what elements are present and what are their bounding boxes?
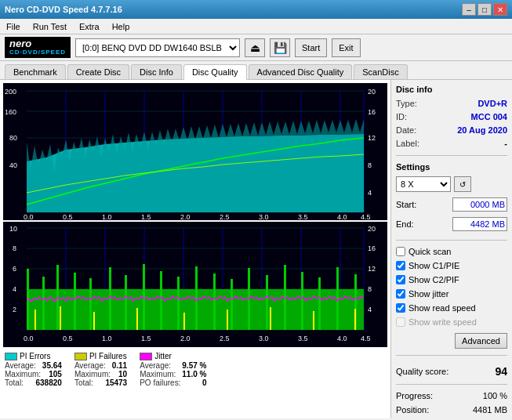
- quick-scan-checkbox[interactable]: [396, 247, 405, 256]
- exit-button[interactable]: Exit: [332, 38, 360, 57]
- svg-text:2.5: 2.5: [220, 335, 230, 342]
- show-read-speed-label: Show read speed: [409, 303, 476, 313]
- maximize-button[interactable]: □: [478, 3, 492, 16]
- tab-create-disc[interactable]: Create Disc: [67, 64, 129, 79]
- show-read-speed-checkbox[interactable]: [396, 303, 405, 313]
- svg-text:20: 20: [368, 225, 376, 233]
- speed-selector[interactable]: 8 X: [396, 176, 451, 192]
- show-write-speed-row: Show write speed: [396, 317, 507, 327]
- cd-dvd-speed-text: CD·DVD/SPEED: [9, 49, 66, 56]
- tab-advanced-disc-quality[interactable]: Advanced Disc Quality: [249, 64, 353, 79]
- svg-rect-76: [93, 312, 95, 330]
- svg-text:4: 4: [368, 189, 372, 197]
- svg-rect-80: [270, 307, 271, 330]
- pi-failures-label: PI Failures: [89, 352, 127, 360]
- save-button[interactable]: 💾: [270, 38, 290, 57]
- svg-text:40: 40: [9, 161, 17, 169]
- quality-score-value: 94: [495, 365, 507, 378]
- svg-text:16: 16: [368, 244, 376, 252]
- pi-failures-avg-label: Average:: [74, 361, 106, 370]
- upper-chart: 200 160 80 40 20 16 12 8 4 0.0 0.5 1.0 1…: [3, 83, 387, 220]
- nero-text: nero: [9, 38, 31, 49]
- window-title: Nero CD-DVD Speed 4.7.7.16: [5, 5, 122, 14]
- svg-rect-58: [89, 278, 92, 330]
- close-button[interactable]: ✕: [493, 3, 507, 16]
- svg-rect-68: [266, 275, 268, 330]
- legend-pi-errors: PI Errors Average: 35.64 Maximum: 105 To…: [5, 352, 62, 387]
- menu-extra[interactable]: Extra: [76, 21, 103, 32]
- disc-date-row: Date: 20 Aug 2020: [396, 125, 507, 135]
- disc-id-value: MCC 004: [471, 112, 507, 121]
- menu-help[interactable]: Help: [109, 21, 133, 32]
- end-row: End:: [396, 217, 507, 231]
- show-c2-pif-checkbox[interactable]: [396, 275, 405, 284]
- svg-text:0.0: 0.0: [24, 335, 34, 342]
- svg-rect-70: [301, 272, 303, 330]
- svg-text:3.0: 3.0: [259, 335, 269, 342]
- svg-text:0.0: 0.0: [24, 213, 34, 220]
- show-c1-pie-checkbox[interactable]: [396, 261, 405, 270]
- tab-disc-quality[interactable]: Disc Quality: [183, 64, 247, 80]
- title-bar: Nero CD-DVD Speed 4.7.7.16 – □ ✕: [0, 0, 512, 19]
- position-row: Position: 4481 MB: [396, 405, 507, 415]
- svg-text:4.5: 4.5: [361, 335, 371, 342]
- svg-rect-64: [195, 266, 198, 330]
- show-write-speed-label: Show write speed: [409, 317, 477, 327]
- quick-scan-label: Quick scan: [409, 247, 451, 256]
- svg-text:4.0: 4.0: [337, 213, 347, 220]
- show-jitter-checkbox[interactable]: [396, 289, 405, 299]
- svg-rect-66: [231, 279, 233, 330]
- disc-date-label: Date:: [396, 125, 416, 135]
- svg-text:16: 16: [368, 108, 376, 116]
- pi-failures-total-value: 15473: [105, 378, 127, 387]
- show-write-speed-checkbox: [396, 317, 405, 327]
- divider-1: [396, 155, 507, 156]
- pi-errors-max-label: Maximum:: [5, 370, 41, 378]
- svg-rect-74: [34, 310, 36, 330]
- menu-file[interactable]: File: [3, 21, 24, 32]
- svg-rect-72: [336, 267, 339, 330]
- tab-benchmark[interactable]: Benchmark: [5, 64, 66, 79]
- svg-rect-81: [313, 311, 314, 330]
- start-button[interactable]: Start: [295, 38, 327, 57]
- start-input[interactable]: [452, 197, 507, 212]
- svg-text:3.0: 3.0: [259, 213, 269, 220]
- tab-bar: Benchmark Create Disc Disc Info Disc Qua…: [0, 61, 512, 80]
- disc-type-value: DVD+R: [478, 99, 507, 108]
- disc-label-row: Label: -: [396, 139, 507, 148]
- menu-run-test[interactable]: Run Test: [30, 21, 70, 32]
- svg-text:1.0: 1.0: [102, 335, 112, 342]
- disc-label-label: Label:: [396, 139, 419, 148]
- settings-title: Settings: [396, 162, 507, 172]
- eject-button[interactable]: ⏏: [245, 38, 265, 57]
- drive-selector[interactable]: [0:0] BENQ DVD DD DW1640 BSLB: [75, 38, 240, 57]
- svg-text:0.5: 0.5: [63, 213, 73, 220]
- disc-id-label: ID:: [396, 112, 407, 121]
- tab-scan-disc[interactable]: ScanDisc: [354, 64, 407, 79]
- show-c1-pie-row: Show C1/PIE: [396, 261, 507, 270]
- jitter-avg-label: Average:: [140, 361, 171, 370]
- advanced-button[interactable]: Advanced: [455, 333, 507, 349]
- svg-text:160: 160: [5, 108, 16, 116]
- start-row: Start:: [396, 197, 507, 212]
- settings-refresh-button[interactable]: ↺: [454, 176, 471, 192]
- progress-label: Progress:: [396, 391, 433, 400]
- end-input[interactable]: [452, 217, 507, 231]
- pi-failures-avg-value: 0.11: [112, 361, 127, 370]
- svg-text:8: 8: [368, 161, 372, 169]
- jitter-label: Jitter: [154, 352, 172, 360]
- minimize-button[interactable]: –: [462, 3, 476, 16]
- legend-jitter: Jitter Average: 9.57 % Maximum: 11.0 % P…: [140, 352, 206, 387]
- jitter-po-value: 0: [202, 378, 207, 387]
- svg-rect-77: [136, 308, 138, 330]
- chart-legend: PI Errors Average: 35.64 Maximum: 105 To…: [3, 349, 387, 389]
- disc-date-value: 20 Aug 2020: [457, 125, 507, 135]
- svg-text:8: 8: [13, 244, 16, 252]
- svg-rect-62: [160, 271, 162, 330]
- svg-rect-60: [125, 275, 127, 330]
- pi-errors-avg-label: Average:: [5, 361, 36, 370]
- pi-failures-total-label: Total:: [74, 378, 93, 387]
- nero-logo: nero CD·DVD/SPEED: [5, 37, 71, 58]
- tab-disc-info[interactable]: Disc Info: [131, 64, 182, 79]
- pi-errors-max-value: 105: [49, 370, 62, 378]
